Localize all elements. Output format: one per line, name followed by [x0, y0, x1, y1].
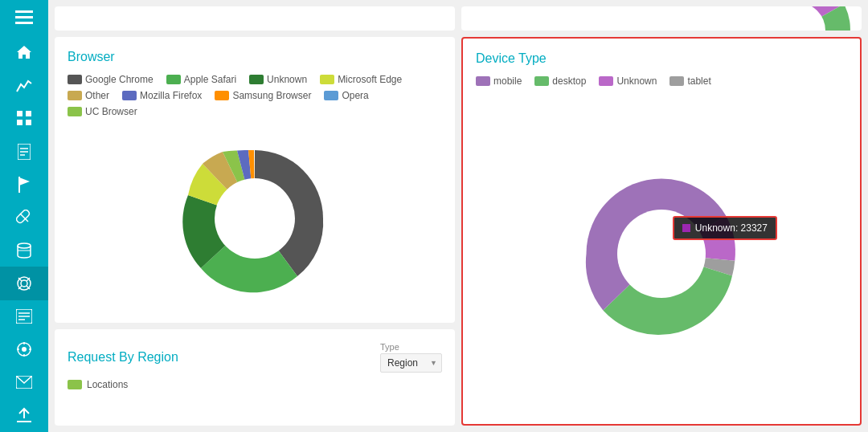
sidebar-document[interactable] [0, 135, 48, 168]
svg-marker-3 [17, 46, 31, 59]
legend-item-other: Other [68, 90, 109, 101]
legend-item-chrome: Google Chrome [68, 74, 154, 85]
tooltip-value: 23327 [741, 222, 768, 234]
legend-label-other: Other [85, 90, 109, 101]
region-card: Request By Region Type Region Country Ci… [55, 329, 455, 426]
device-type-donut-chart [573, 165, 750, 342]
legend-color-locations [68, 380, 82, 389]
svg-rect-2 [15, 22, 33, 24]
legend-color-firefox [122, 91, 137, 100]
legend-color-samsung [215, 91, 229, 100]
legend-item-unknown: Unknown [249, 74, 307, 85]
sidebar-wheel[interactable] [0, 333, 48, 366]
legend-label-unknown: Unknown [267, 74, 307, 85]
browser-legend: Google Chrome Apple Safari Unknown Micro… [68, 74, 442, 117]
device-type-title: Device Type [476, 51, 847, 66]
browser-donut-container [68, 127, 442, 310]
legend-label-chrome: Google Chrome [85, 74, 154, 85]
legend-label-safari: Apple Safari [184, 74, 236, 85]
sidebar-database[interactable] [0, 234, 48, 267]
legend-item-dt-unknown: Unknown [599, 75, 657, 87]
legend-color-edge [320, 75, 334, 84]
sidebar-news[interactable] [0, 300, 48, 333]
sidebar [0, 0, 48, 432]
sidebar-tools[interactable] [0, 201, 48, 234]
browser-title: Browser [68, 50, 442, 64]
legend-label-mobile: mobile [493, 75, 522, 87]
legend-color-desktop [534, 76, 549, 86]
legend-item-desktop: desktop [534, 75, 586, 87]
svg-rect-4 [17, 111, 23, 116]
top-partial-card [55, 6, 455, 31]
legend-item-opera: Opera [324, 90, 368, 101]
legend-color-safari [166, 75, 181, 84]
region-type-select-container: Type Region Country City [380, 342, 442, 373]
content-area: Browser Google Chrome Apple Safari Unkno… [48, 0, 868, 432]
browser-card: Browser Google Chrome Apple Safari Unkno… [55, 37, 455, 323]
legend-label-samsung: Samsung Browser [232, 90, 311, 101]
region-header: Request By Region Type Region Country Ci… [68, 342, 442, 373]
legend-item-samsung: Samsung Browser [215, 90, 311, 101]
sidebar-home[interactable] [0, 36, 48, 69]
svg-rect-6 [17, 120, 23, 125]
tooltip-label: Unknown [695, 222, 735, 234]
legend-label-dt-unknown: Unknown [616, 75, 657, 87]
legend-color-chrome [68, 75, 82, 84]
menu-toggle[interactable] [0, 0, 48, 36]
sidebar-flag[interactable] [0, 168, 48, 201]
right-column: Device Type mobile desktop Unknown [461, 6, 862, 426]
legend-color-uc [68, 107, 82, 116]
legend-item-safari: Apple Safari [166, 74, 236, 85]
device-type-donut-container: Unknown: 23327 [476, 96, 847, 411]
legend-label-uc: UC Browser [85, 106, 137, 117]
legend-color-dt-unknown [599, 76, 613, 86]
left-column: Browser Google Chrome Apple Safari Unkno… [55, 6, 455, 426]
sidebar-grid[interactable] [0, 102, 48, 135]
legend-label-edge: Microsoft Edge [338, 74, 402, 85]
locations-label: Locations [87, 379, 128, 390]
region-select[interactable]: Region Country City [380, 353, 442, 373]
svg-rect-5 [26, 111, 31, 116]
partial-pie-chart [741, 6, 854, 31]
legend-item-firefox: Mozilla Firefox [122, 90, 202, 101]
device-type-tooltip: Unknown: 23327 [673, 216, 777, 240]
legend-color-other [68, 91, 82, 100]
legend-item-tablet: tablet [669, 75, 710, 87]
sidebar-email[interactable] [0, 366, 48, 399]
legend-label-opera: Opera [342, 90, 368, 101]
region-title: Request By Region [68, 350, 178, 365]
legend-item-mobile: mobile [476, 75, 522, 87]
device-type-card: Device Type mobile desktop Unknown [461, 37, 862, 426]
type-label: Type [380, 342, 442, 352]
svg-point-15 [18, 243, 31, 248]
tooltip-color-indicator [682, 224, 690, 232]
legend-item-edge: Microsoft Edge [320, 74, 402, 85]
svg-point-36 [215, 178, 295, 259]
svg-point-18 [21, 280, 27, 287]
locations-legend: Locations [68, 379, 442, 390]
legend-label-firefox: Mozilla Firefox [140, 90, 202, 101]
top-partial-right [461, 6, 862, 31]
legend-color-mobile [476, 76, 490, 86]
sidebar-support[interactable] [0, 267, 48, 300]
legend-color-tablet [669, 76, 684, 86]
browser-donut-chart [174, 138, 335, 299]
legend-color-opera [324, 91, 338, 100]
main-content: Browser Google Chrome Apple Safari Unkno… [48, 0, 868, 432]
legend-item-uc: UC Browser [68, 106, 137, 117]
device-type-legend: mobile desktop Unknown tablet [476, 75, 847, 87]
sidebar-upload[interactable] [0, 399, 48, 432]
legend-label-desktop: desktop [552, 75, 586, 87]
svg-marker-13 [19, 177, 30, 185]
svg-rect-7 [26, 120, 31, 125]
svg-point-28 [22, 347, 27, 352]
sidebar-chart[interactable] [0, 69, 48, 102]
region-select-wrapper[interactable]: Region Country City [380, 353, 442, 373]
svg-rect-0 [15, 10, 33, 13]
legend-label-tablet: tablet [687, 75, 710, 87]
tooltip-text: Unknown: 23327 [695, 222, 768, 234]
legend-color-unknown [249, 75, 264, 84]
svg-rect-1 [15, 16, 33, 18]
